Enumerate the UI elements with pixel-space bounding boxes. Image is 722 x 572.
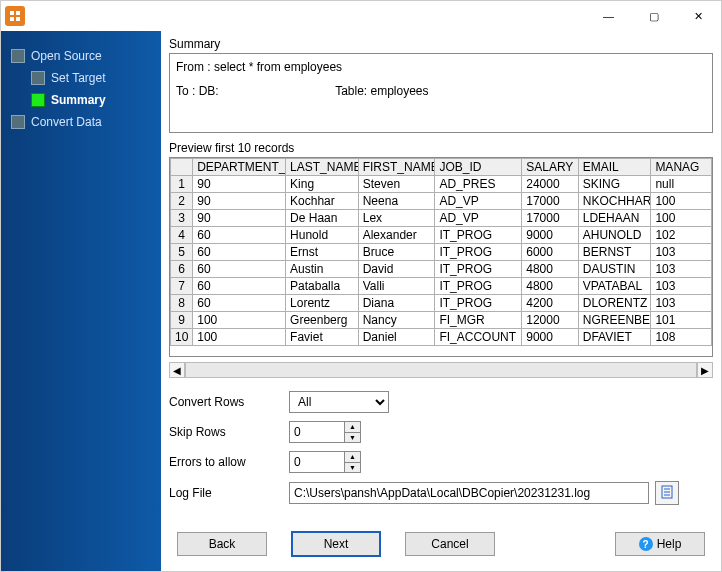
next-button[interactable]: Next	[291, 531, 381, 557]
column-header[interactable]: MANAG	[651, 159, 712, 176]
cell: DLORENTZ	[578, 295, 651, 312]
summary-to-table: Table: employees	[335, 84, 428, 98]
table-row[interactable]: 390De HaanLexAD_VP17000LDEHAAN100	[171, 210, 712, 227]
cell: DFAVIET	[578, 329, 651, 346]
back-button[interactable]: Back	[177, 532, 267, 556]
column-header[interactable]: LAST_NAME	[286, 159, 359, 176]
cell: 12000	[522, 312, 579, 329]
cell: NGREENBE	[578, 312, 651, 329]
row-number: 2	[171, 193, 193, 210]
cell: Daniel	[358, 329, 435, 346]
open-logfile-button[interactable]	[655, 481, 679, 505]
help-icon: ?	[639, 537, 653, 551]
table-row[interactable]: 460HunoldAlexanderIT_PROG9000AHUNOLD102	[171, 227, 712, 244]
app-icon	[5, 6, 25, 26]
cell: David	[358, 261, 435, 278]
column-header[interactable]: DEPARTMENT_ID	[193, 159, 286, 176]
close-button[interactable]: ✕	[676, 1, 721, 31]
cell: 108	[651, 329, 712, 346]
help-button[interactable]: ? Help	[615, 532, 705, 556]
cell: 100	[193, 312, 286, 329]
cell: Austin	[286, 261, 359, 278]
cell: 103	[651, 278, 712, 295]
table-row[interactable]: 290KochharNeenaAD_VP17000NKOCHHAR100	[171, 193, 712, 210]
maximize-button[interactable]: ▢	[631, 1, 676, 31]
convert-rows-select[interactable]: All	[289, 391, 389, 413]
summary-title: Summary	[169, 37, 713, 51]
sidebar-item-summary[interactable]: Summary	[27, 89, 155, 111]
cell: BERNST	[578, 244, 651, 261]
sidebar-item-label: Summary	[51, 93, 106, 107]
sidebar-item-open-source[interactable]: Open Source	[7, 45, 155, 67]
titlebar: — ▢ ✕	[1, 1, 721, 31]
cell: 103	[651, 261, 712, 278]
cell: 9000	[522, 329, 579, 346]
step-marker-icon	[11, 115, 25, 129]
horizontal-scrollbar[interactable]: ◀ ▶	[169, 361, 713, 379]
column-header[interactable]: JOB_ID	[435, 159, 522, 176]
cell: 60	[193, 261, 286, 278]
skip-rows-input[interactable]	[289, 421, 345, 443]
summary-box: From : select * from employees To : DB: …	[169, 53, 713, 133]
errors-allow-input[interactable]	[289, 451, 345, 473]
preview-title: Preview first 10 records	[169, 141, 713, 155]
table-row[interactable]: 660AustinDavidIT_PROG4800DAUSTIN103	[171, 261, 712, 278]
summary-to-db: To : DB:	[176, 84, 219, 98]
logfile-input[interactable]	[289, 482, 649, 504]
cell: IT_PROG	[435, 227, 522, 244]
cell: FI_ACCOUNT	[435, 329, 522, 346]
cell: NKOCHHAR	[578, 193, 651, 210]
cell: Kochhar	[286, 193, 359, 210]
sidebar-item-label: Set Target	[51, 71, 105, 85]
svg-rect-1	[16, 11, 20, 15]
row-number: 6	[171, 261, 193, 278]
skip-rows-stepper[interactable]: ▲▼	[345, 421, 361, 443]
table-row[interactable]: 190KingStevenAD_PRES24000SKINGnull	[171, 176, 712, 193]
wizard-footer: Back Next Cancel ? Help	[169, 521, 713, 565]
cell: DAUSTIN	[578, 261, 651, 278]
row-number: 8	[171, 295, 193, 312]
column-header[interactable]: FIRST_NAME	[358, 159, 435, 176]
preview-table: DEPARTMENT_IDLAST_NAMEFIRST_NAMEJOB_IDSA…	[169, 157, 713, 357]
errors-allow-stepper[interactable]: ▲▼	[345, 451, 361, 473]
scroll-left-icon[interactable]: ◀	[169, 362, 185, 378]
cell: 90	[193, 176, 286, 193]
scroll-right-icon[interactable]: ▶	[697, 362, 713, 378]
cell: De Haan	[286, 210, 359, 227]
table-row[interactable]: 10100FavietDanielFI_ACCOUNT9000DFAVIET10…	[171, 329, 712, 346]
sidebar-item-convert-data[interactable]: Convert Data	[7, 111, 155, 133]
cell: IT_PROG	[435, 278, 522, 295]
cell: 6000	[522, 244, 579, 261]
sidebar-item-set-target[interactable]: Set Target	[27, 67, 155, 89]
cell: 4200	[522, 295, 579, 312]
cell: 103	[651, 295, 712, 312]
help-label: Help	[657, 537, 682, 551]
cell: Diana	[358, 295, 435, 312]
table-row[interactable]: 560ErnstBruceIT_PROG6000BERNST103	[171, 244, 712, 261]
content-pane: Summary From : select * from employees T…	[161, 31, 721, 572]
cell: Lorentz	[286, 295, 359, 312]
step-marker-icon	[31, 71, 45, 85]
column-header[interactable]: EMAIL	[578, 159, 651, 176]
cell: 17000	[522, 193, 579, 210]
cell: Pataballa	[286, 278, 359, 295]
table-row[interactable]: 9100GreenbergNancyFI_MGR12000NGREENBE101	[171, 312, 712, 329]
scroll-track[interactable]	[185, 362, 697, 378]
row-number: 10	[171, 329, 193, 346]
column-header[interactable]: SALARY	[522, 159, 579, 176]
cancel-button[interactable]: Cancel	[405, 532, 495, 556]
sidebar-item-label: Convert Data	[31, 115, 102, 129]
cell: LDEHAAN	[578, 210, 651, 227]
cell: Valli	[358, 278, 435, 295]
cell: 60	[193, 278, 286, 295]
summary-from-line: From : select * from employees	[176, 58, 706, 76]
logfile-label: Log File	[169, 486, 289, 500]
table-row[interactable]: 760PataballaValliIT_PROG4800VPATABAL103	[171, 278, 712, 295]
row-number: 4	[171, 227, 193, 244]
row-number: 5	[171, 244, 193, 261]
minimize-button[interactable]: —	[586, 1, 631, 31]
table-row[interactable]: 860LorentzDianaIT_PROG4200DLORENTZ103	[171, 295, 712, 312]
cell: FI_MGR	[435, 312, 522, 329]
cell: Alexander	[358, 227, 435, 244]
cell: SKING	[578, 176, 651, 193]
